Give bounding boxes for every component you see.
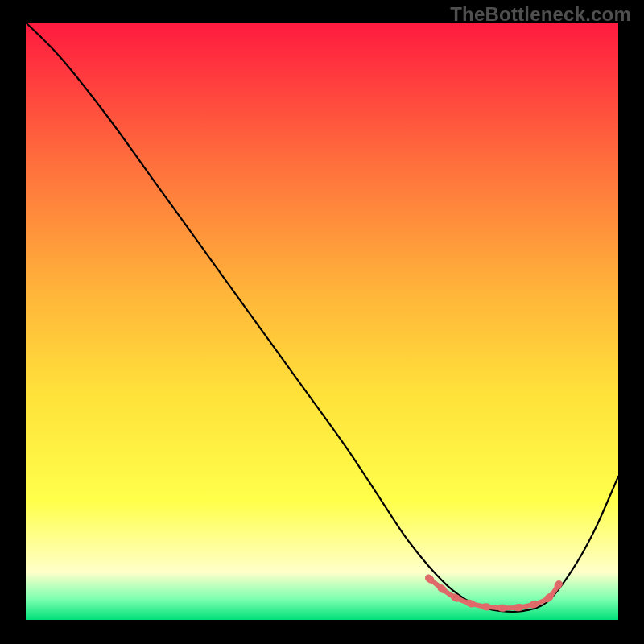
plot-area xyxy=(26,23,618,620)
gradient-background xyxy=(26,23,618,620)
watermark-text: TheBottleneck.com xyxy=(450,3,631,26)
chart-container: TheBottleneck.com xyxy=(0,0,644,644)
plot-svg xyxy=(26,23,618,620)
